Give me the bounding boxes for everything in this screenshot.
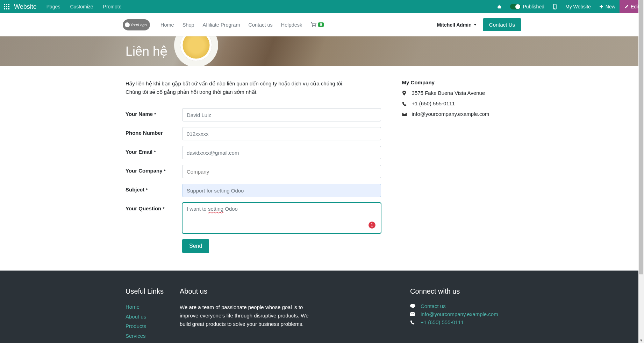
topmenu-promote[interactable]: Promote: [98, 0, 127, 13]
footer-phone-link[interactable]: +1 (650) 555-0111: [421, 319, 464, 325]
footer-link-services[interactable]: Services: [126, 333, 146, 339]
label-question: Your Question *: [126, 203, 182, 211]
nav-home[interactable]: Home: [156, 22, 178, 28]
footer-connect-title: Connect with us: [410, 287, 518, 295]
site-logo[interactable]: YourLogo: [123, 19, 150, 30]
published-label: Published: [523, 4, 544, 9]
scroll-down-icon[interactable]: ▼: [638, 337, 644, 343]
chevron-down-icon: [474, 24, 477, 26]
footer-about-title: About us: [180, 287, 320, 295]
my-website-link[interactable]: My Website: [561, 0, 595, 13]
company-info: My Company 3575 Fake Buena Vista Avenue …: [402, 79, 518, 253]
page-banner: Liên hệ: [0, 36, 644, 66]
svg-point-4: [315, 26, 316, 27]
phone-input[interactable]: [182, 127, 381, 140]
label-subject: Subject *: [126, 184, 182, 192]
label-name: Your Name *: [126, 108, 182, 117]
label-phone: Phone Number: [126, 127, 182, 136]
contact-form-area: Hãy liên hệ khi bạn gặp bất cứ vấn đề nà…: [126, 79, 381, 253]
cart-badge: 0: [318, 22, 324, 27]
nav-shop[interactable]: Shop: [178, 22, 199, 28]
page-title: Liên hệ: [123, 44, 521, 59]
grammar-badge[interactable]: 1: [368, 222, 375, 229]
name-input[interactable]: [182, 108, 381, 121]
apps-icon[interactable]: [0, 0, 13, 13]
mobile-icon[interactable]: [549, 0, 561, 13]
company-name: My Company: [402, 79, 518, 85]
comment-icon: [410, 304, 416, 309]
svg-point-3: [312, 26, 313, 27]
nav-affiliate[interactable]: Affiliate Program: [199, 22, 244, 28]
label-email: Your Email *: [126, 146, 182, 155]
map-marker-icon: [402, 91, 407, 96]
company-input[interactable]: [182, 165, 381, 178]
publish-toggle[interactable]: Published: [506, 0, 549, 13]
question-textarea[interactable]: I want to setting Odoo: [182, 203, 381, 233]
label-company: Your Company *: [126, 165, 182, 174]
site-navbar: YourLogo Home Shop Affiliate Program Con…: [0, 13, 644, 36]
footer-useful-title: Useful Links: [126, 287, 180, 295]
email-input[interactable]: [182, 146, 381, 159]
footer-link-about[interactable]: About us: [126, 314, 146, 320]
envelope-icon: [410, 312, 416, 316]
site-footer: Useful Links Home About us Products Serv…: [0, 271, 644, 343]
cart-icon: [310, 22, 317, 28]
cart-button[interactable]: 0: [306, 22, 328, 28]
bug-icon[interactable]: [493, 0, 506, 13]
svg-point-2: [554, 8, 555, 9]
admin-topbar: Website Pages Customize Promote Publishe…: [0, 0, 644, 13]
envelope-icon: [402, 112, 407, 116]
send-button[interactable]: Send: [182, 239, 209, 253]
phone-icon: [402, 102, 407, 106]
footer-about-text: We are a team of passionate people whose…: [180, 303, 320, 328]
user-menu[interactable]: Mitchell Admin: [437, 22, 477, 28]
intro-text: Hãy liên hệ khi bạn gặp bất cứ vấn đề nà…: [126, 79, 381, 96]
footer-email-link[interactable]: info@yourcompany.example.com: [421, 311, 498, 317]
topmenu-customize[interactable]: Customize: [65, 0, 98, 13]
scrollbar[interactable]: ▼: [638, 0, 644, 343]
subject-input[interactable]: [182, 184, 381, 197]
nav-helpdesk[interactable]: Helpdesk: [277, 22, 306, 28]
footer-contact-link[interactable]: Contact us: [421, 303, 446, 309]
app-brand[interactable]: Website: [13, 3, 42, 10]
contact-us-button[interactable]: Contact Us: [483, 18, 521, 31]
new-button[interactable]: New: [595, 0, 620, 13]
topmenu-pages[interactable]: Pages: [42, 0, 65, 13]
phone-icon: [410, 320, 416, 324]
footer-link-home[interactable]: Home: [126, 304, 139, 310]
footer-link-products[interactable]: Products: [126, 323, 146, 329]
nav-contact[interactable]: Contact us: [244, 22, 277, 28]
